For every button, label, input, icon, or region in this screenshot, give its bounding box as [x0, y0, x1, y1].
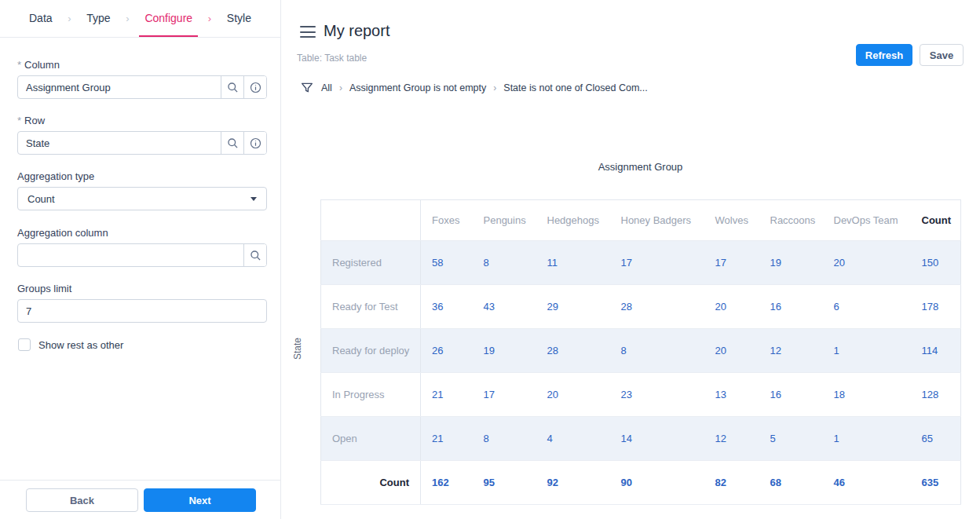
cell-value[interactable]: 23 — [610, 373, 704, 417]
column-header: Penguins — [473, 200, 536, 241]
show-rest-checkbox[interactable] — [18, 338, 31, 351]
cell-value[interactable]: 17 — [704, 241, 759, 285]
chevron-right-icon: › — [126, 13, 129, 24]
cell-value[interactable]: 17 — [610, 241, 704, 285]
cell-value[interactable]: 82 — [704, 461, 759, 505]
step-type[interactable]: Type — [81, 0, 115, 37]
cell-value[interactable]: 29 — [536, 285, 610, 329]
search-icon — [227, 137, 239, 149]
cell-value[interactable]: 26 — [421, 329, 473, 373]
aggregation-column-search-button[interactable] — [243, 244, 266, 266]
groups-limit-label: Groups limit — [17, 283, 71, 294]
cell-value[interactable]: 28 — [536, 329, 610, 373]
cell-value[interactable]: 128 — [911, 373, 961, 417]
row-label: Open — [321, 417, 421, 461]
cell-value[interactable]: 16 — [759, 373, 823, 417]
cell-value[interactable]: 1 — [823, 417, 911, 461]
filter-item-all[interactable]: All — [321, 82, 332, 93]
cell-value[interactable]: 8 — [473, 241, 536, 285]
row-input[interactable] — [18, 132, 221, 154]
cell-value[interactable]: 20 — [704, 285, 759, 329]
cell-value[interactable]: 12 — [759, 329, 823, 373]
cell-value[interactable]: 92 — [536, 461, 610, 505]
cell-value[interactable]: 635 — [911, 461, 961, 505]
filter-item-state[interactable]: State is not one of Closed Com... — [503, 82, 647, 93]
menu-icon[interactable] — [300, 26, 316, 38]
cell-value[interactable]: 6 — [823, 285, 911, 329]
column-field-label: *Column — [17, 59, 60, 71]
row-label: In Progress — [321, 373, 421, 417]
cell-value[interactable]: 20 — [823, 241, 911, 285]
pivot-corner-cell — [321, 200, 421, 241]
wizard-steps: Data › Type › Configure › Style — [0, 0, 280, 38]
aggregation-type-select[interactable]: Count — [17, 187, 267, 210]
next-button[interactable]: Next — [144, 488, 256, 512]
pivot-data-row: Ready for Test3643292820166178 — [321, 285, 961, 329]
cell-value[interactable]: 1 — [823, 329, 911, 373]
column-header: Foxes — [421, 200, 473, 241]
aggregation-column-input[interactable] — [18, 244, 243, 266]
cell-value[interactable]: 95 — [473, 461, 536, 505]
cell-value[interactable]: 21 — [421, 417, 473, 461]
cell-value[interactable]: 114 — [911, 329, 961, 373]
search-icon — [250, 250, 261, 261]
cell-value[interactable]: 65 — [911, 417, 961, 461]
step-configure[interactable]: Configure — [139, 0, 198, 37]
sidebar-footer: Back Next — [0, 480, 280, 519]
pivot-header-row: FoxesPenguinsHedgehogsHoney BadgersWolve… — [321, 200, 961, 241]
filter-item-assignment-group[interactable]: Assignment Group is not empty — [349, 82, 486, 93]
cell-value[interactable]: 21 — [421, 373, 473, 417]
cell-value[interactable]: 13 — [704, 373, 759, 417]
cell-value[interactable]: 20 — [704, 329, 759, 373]
chevron-right-icon: › — [493, 82, 496, 93]
pivot-table: FoxesPenguinsHedgehogsHoney BadgersWolve… — [320, 199, 961, 505]
cell-value[interactable]: 46 — [823, 461, 911, 505]
cell-value[interactable]: 162 — [421, 461, 473, 505]
step-data[interactable]: Data — [24, 0, 58, 37]
config-sidebar: Data › Type › Configure › Style *Column … — [0, 0, 281, 519]
cell-value[interactable]: 12 — [704, 417, 759, 461]
aggregation-type-label: Aggregation type — [17, 170, 94, 182]
step-style[interactable]: Style — [221, 0, 257, 37]
column-header: Wolves — [704, 200, 759, 241]
cell-value[interactable]: 19 — [473, 329, 536, 373]
cell-value[interactable]: 150 — [911, 241, 961, 285]
column-header: Count — [911, 200, 961, 241]
refresh-button[interactable]: Refresh — [856, 44, 912, 66]
cell-value[interactable]: 19 — [759, 241, 823, 285]
report-subtitle: Table: Task table — [297, 53, 367, 64]
cell-value[interactable]: 16 — [759, 285, 823, 329]
show-rest-checkbox-row[interactable]: Show rest as other — [18, 338, 123, 351]
cell-value[interactable]: 90 — [610, 461, 704, 505]
required-marker: * — [17, 115, 21, 126]
groups-limit-input[interactable] — [18, 300, 266, 322]
cell-value[interactable]: 28 — [610, 285, 704, 329]
chevron-down-icon — [250, 197, 257, 201]
cell-value[interactable]: 5 — [759, 417, 823, 461]
column-input[interactable] — [18, 76, 221, 98]
cell-value[interactable]: 36 — [421, 285, 473, 329]
cell-value[interactable]: 178 — [911, 285, 961, 329]
cell-value[interactable]: 18 — [823, 373, 911, 417]
cell-value[interactable]: 8 — [610, 329, 704, 373]
cell-value[interactable]: 68 — [759, 461, 823, 505]
cell-value[interactable]: 58 — [421, 241, 473, 285]
cell-value[interactable]: 14 — [610, 417, 704, 461]
cell-value[interactable]: 17 — [473, 373, 536, 417]
column-search-button[interactable] — [221, 76, 243, 98]
pivot-data-row: Ready for deploy261928820121114 — [321, 329, 961, 373]
cell-value[interactable]: 8 — [473, 417, 536, 461]
row-label: Ready for Test — [321, 285, 421, 329]
filter-funnel-icon[interactable] — [300, 81, 314, 95]
cell-value[interactable]: 4 — [536, 417, 610, 461]
cell-value[interactable]: 11 — [536, 241, 610, 285]
footer-label: Count — [321, 461, 421, 505]
save-button[interactable]: Save — [920, 44, 964, 66]
cell-value[interactable]: 20 — [536, 373, 610, 417]
row-search-button[interactable] — [221, 132, 243, 154]
column-info-button[interactable] — [243, 76, 266, 98]
cell-value[interactable]: 43 — [473, 285, 536, 329]
back-button[interactable]: Back — [26, 488, 138, 512]
column-header: Hedgehogs — [536, 200, 610, 241]
row-info-button[interactable] — [243, 132, 266, 154]
